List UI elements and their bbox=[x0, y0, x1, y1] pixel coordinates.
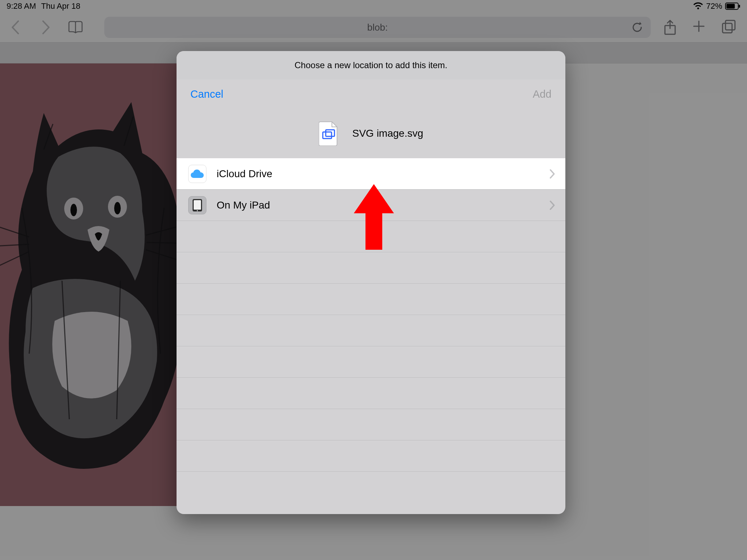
list-item bbox=[177, 315, 565, 346]
list-item bbox=[177, 284, 565, 315]
ipad-icon bbox=[188, 196, 206, 214]
location-label: iCloud Drive bbox=[217, 168, 549, 180]
icloud-icon bbox=[188, 165, 206, 183]
list-item bbox=[177, 378, 565, 409]
location-label: On My iPad bbox=[217, 199, 549, 211]
save-location-modal: Choose a new location to add this item. … bbox=[177, 51, 565, 514]
location-icloud-drive[interactable]: iCloud Drive bbox=[177, 158, 565, 190]
file-preview: SVG image.svg bbox=[177, 109, 565, 158]
add-button[interactable]: Add bbox=[533, 88, 551, 100]
modal-title: Choose a new location to add this item. bbox=[177, 51, 565, 79]
chevron-right-icon bbox=[549, 169, 555, 179]
list-item bbox=[177, 346, 565, 378]
svg-rect-15 bbox=[194, 200, 201, 210]
locations-list: iCloud Drive On My iPad bbox=[177, 158, 565, 472]
list-item bbox=[177, 409, 565, 440]
svg-point-16 bbox=[197, 210, 198, 211]
cancel-button[interactable]: Cancel bbox=[190, 88, 223, 100]
file-type-icon bbox=[319, 121, 338, 146]
list-item bbox=[177, 252, 565, 284]
list-item bbox=[177, 221, 565, 252]
list-item bbox=[177, 440, 565, 472]
chevron-right-icon bbox=[549, 201, 555, 210]
location-on-my-ipad[interactable]: On My iPad bbox=[177, 190, 565, 221]
file-name: SVG image.svg bbox=[352, 128, 423, 139]
